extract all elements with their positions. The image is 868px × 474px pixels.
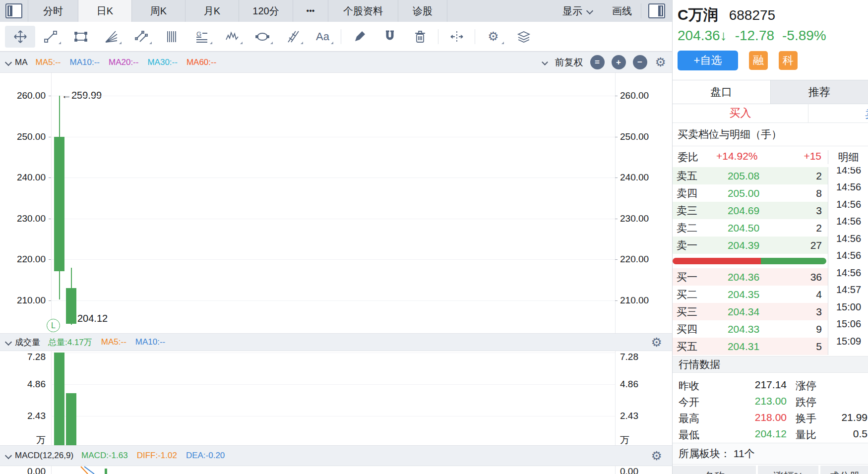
volume-total: 总量:4.17万 [48, 337, 92, 348]
collapse-ma-icon[interactable] [5, 59, 12, 65]
bid-row-1[interactable]: 买一204.3636 [673, 268, 828, 286]
y-axis-label: 7.28 [0, 352, 46, 362]
crosshair-move-tool[interactable] [5, 26, 35, 48]
trash-tool[interactable] [405, 26, 435, 48]
sell-label: 卖出 [865, 108, 868, 120]
ask-qty: 27 [776, 239, 828, 251]
bid-qty: 5 [776, 341, 828, 353]
tab-weekly-k[interactable]: 周K [132, 0, 186, 22]
parallel-channel-tool[interactable] [126, 26, 156, 48]
bid-qty: 9 [776, 323, 828, 335]
reset-zoom-button[interactable]: = [590, 55, 605, 69]
ma-indicator-row: MA MA5:-- MA10:-- MA20:-- MA30:-- MA60:-… [0, 52, 672, 73]
minus-icon: − [637, 58, 642, 67]
y-axis-label: 0.00 [620, 466, 638, 474]
macd-value: MACD:-1.63 [81, 451, 128, 461]
volume-header-row: 成交量 总量:4.17万 MA5:-- MA10:-- ⚙ [0, 333, 672, 351]
gann-fan-tool[interactable] [96, 26, 126, 48]
open-value: 213.00 [717, 395, 787, 407]
toggle-left-panel-button[interactable] [0, 0, 28, 22]
ask-row-3[interactable]: 卖三204.693 [673, 202, 828, 219]
trendline-tool[interactable] [35, 26, 65, 48]
toggle-right-panel-button[interactable] [641, 3, 672, 18]
draw-line-button[interactable]: 画线 [603, 4, 641, 18]
detail-column-header[interactable]: 明细 [828, 150, 868, 164]
zoom-out-button[interactable]: − [633, 55, 647, 69]
tab-recommend[interactable]: 推荐 [771, 80, 868, 104]
ask-row-4[interactable]: 卖四205.008 [673, 184, 828, 202]
volume-ma5: MA5:-- [101, 337, 126, 347]
trade-times-column[interactable]: 14:5614:5614:5614:5614:5614:5614:5614:57… [828, 167, 868, 355]
svg-text:G: G [196, 30, 201, 38]
horizontal-expand-tool[interactable] [441, 26, 472, 48]
tab-minute-chart[interactable]: 分时 [28, 0, 78, 22]
sell-side-button[interactable]: 卖出 [865, 107, 868, 121]
text-tool[interactable]: Aa [308, 26, 338, 48]
ask-level: 卖四 [673, 186, 711, 200]
trade-time: 15:00 [828, 298, 868, 316]
macd-settings-gear-icon[interactable]: ⚙ [651, 450, 662, 462]
zoom-in-button[interactable]: + [612, 55, 626, 69]
chevron-down-icon [586, 7, 593, 14]
add-watchlist-button[interactable]: +自选 [678, 51, 738, 70]
ma-settings-gear-icon[interactable]: ⚙ [655, 56, 666, 68]
marker-pen-tool[interactable] [344, 26, 374, 48]
left-panel-icon [5, 3, 22, 18]
y-axis-label: 2.43 [620, 411, 638, 421]
sectors-row[interactable]: 所属板块： 11个 [673, 443, 868, 465]
ask-row-5[interactable]: 卖五205.082 [673, 167, 828, 184]
tab-diagnose[interactable]: 诊股 [398, 0, 447, 22]
tab-order-book[interactable]: 盘口 [673, 80, 771, 104]
rectangle-tool[interactable] [65, 26, 96, 48]
bid-row-3[interactable]: 买三204.343 [673, 303, 828, 320]
trade-time: 15:06 [828, 316, 868, 333]
bid-price: 204.34 [711, 306, 776, 318]
quote-section-header: 行情数据 [673, 356, 868, 373]
adjust-mode-dropdown[interactable]: 前复权 [543, 56, 583, 69]
wave-tool[interactable] [217, 26, 247, 48]
ellipse-icon [255, 29, 270, 44]
golden-section-tool[interactable]: G [186, 26, 217, 48]
volume-settings-gear-icon[interactable]: ⚙ [651, 336, 662, 349]
bid-level: 买一 [673, 270, 711, 284]
macd-chart-pane[interactable]: 0.000.00 [0, 466, 672, 474]
vertical-lines-tool[interactable] [156, 26, 186, 48]
volume-bar [66, 393, 76, 445]
gridline [51, 353, 615, 353]
trade-time: 14:56 [828, 167, 868, 179]
tab-120min[interactable]: 120分 [239, 0, 293, 22]
y-axis-label: 260.00 [0, 90, 46, 101]
trash-icon [413, 29, 428, 44]
left-axis-line [51, 351, 52, 445]
ask-row-2[interactable]: 卖二204.502 [673, 219, 828, 237]
right-panel-icon [648, 3, 665, 18]
collapse-volume-icon[interactable] [5, 339, 12, 346]
display-dropdown[interactable]: 显示 [552, 4, 603, 18]
tab-stock-info[interactable]: 个股资料 [328, 0, 398, 22]
layers-tool[interactable] [508, 26, 539, 48]
volume-chart-pane[interactable]: 7.287.284.864.862.432.43万万 [0, 351, 672, 445]
quote-label: 昨收 [679, 379, 699, 393]
bid-qty: 3 [776, 306, 828, 318]
ask-level: 卖五 [673, 169, 711, 183]
tab-monthly-k[interactable]: 月K [186, 0, 239, 22]
ma60-value: MA60:-- [186, 58, 216, 67]
tab-more[interactable]: ••• [293, 0, 328, 22]
axis-tick [615, 137, 618, 137]
tab-daily-k[interactable]: 日K [78, 0, 132, 22]
bid-row-4[interactable]: 买四204.339 [673, 320, 828, 338]
bid-row-2[interactable]: 买二204.354 [673, 286, 828, 303]
collapse-macd-icon[interactable] [5, 452, 12, 459]
ellipse-tool[interactable] [247, 26, 277, 48]
trade-time: 14:56 [828, 230, 868, 247]
ask-row-1[interactable]: 卖一204.3927 [673, 237, 828, 254]
event-marker[interactable]: L [47, 319, 60, 332]
kline-chart-pane[interactable]: ←259.99 ←204.12 L 260.00260.00250.00250.… [0, 73, 672, 333]
angle-lines-tool[interactable] [277, 26, 308, 48]
magnet-tool[interactable] [374, 26, 405, 48]
bid-row-5[interactable]: 买五204.315 [673, 338, 828, 355]
chart-settings-tool[interactable]: ⚙ [478, 26, 508, 48]
ask-price: 204.69 [711, 205, 776, 217]
buy-side-button[interactable]: 买入 [673, 104, 808, 122]
macd-header-row: MACD(12,26,9) MACD:-1.63 DIFF:-1.02 DEA:… [0, 445, 672, 466]
